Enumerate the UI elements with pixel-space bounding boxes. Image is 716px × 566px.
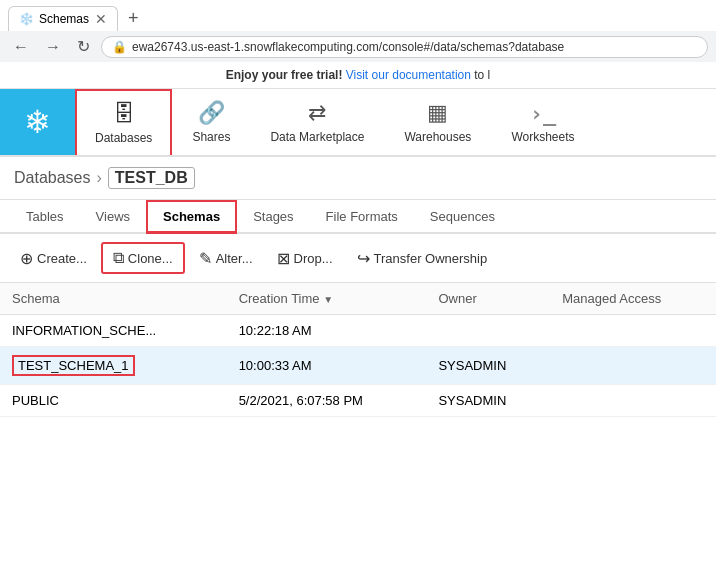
selected-schema-label: TEST_SCHEMA_1 <box>12 355 135 376</box>
url-text: ewa26743.us-east-1.snowflakecomputing.co… <box>132 40 564 54</box>
clone-button[interactable]: ⧉ Clone... <box>103 244 183 272</box>
banner-suffix: to l <box>474 68 490 82</box>
schemas-table: Schema Creation Time ▼ Owner Managed Acc… <box>0 283 716 417</box>
nav-item-shares[interactable]: 🔗 Shares <box>172 89 250 155</box>
app-header: ❄ 🗄 Databases 🔗 Shares ⇄ Data Marketplac… <box>0 89 716 157</box>
nav-bar: ← → ↻ 🔒 ewa26743.us-east-1.snowflakecomp… <box>0 31 716 62</box>
table-row[interactable]: PUBLIC 5/2/2021, 6:07:58 PM SYSADMIN <box>0 385 716 417</box>
browser-chrome: ❄️ Schemas ✕ + ← → ↻ 🔒 ewa26743.us-east-… <box>0 0 716 62</box>
reload-button[interactable]: ↻ <box>72 35 95 58</box>
snowflake-logo: ❄ <box>24 103 51 141</box>
sort-desc-icon: ▼ <box>323 294 333 305</box>
cell-creation-time: 5/2/2021, 6:07:58 PM <box>227 385 427 417</box>
cell-schema: INFORMATION_SCHE... <box>0 315 227 347</box>
tab-title: Schemas <box>39 12 89 26</box>
back-button[interactable]: ← <box>8 36 34 58</box>
drop-icon: ⊠ <box>277 249 290 268</box>
table-row[interactable]: INFORMATION_SCHE... 10:22:18 AM <box>0 315 716 347</box>
cell-owner: SYSADMIN <box>426 347 550 385</box>
table-header: Schema Creation Time ▼ Owner Managed Acc… <box>0 283 716 315</box>
tab-favicon: ❄️ <box>19 12 33 26</box>
col-header-managed-access[interactable]: Managed Access <box>550 283 716 315</box>
tab-bar: ❄️ Schemas ✕ + <box>0 0 716 31</box>
clone-btn-wrapper: ⧉ Clone... <box>101 242 185 274</box>
tab-file-formats[interactable]: File Formats <box>310 201 414 234</box>
table-body: INFORMATION_SCHE... 10:22:18 AM TEST_SCH… <box>0 315 716 417</box>
tab-close-icon[interactable]: ✕ <box>95 12 107 26</box>
cell-creation-time: 10:22:18 AM <box>227 315 427 347</box>
banner-link[interactable]: Visit our documentation <box>346 68 471 82</box>
nav-item-warehouses[interactable]: ▦ Warehouses <box>384 89 491 155</box>
databases-icon: 🗄 <box>113 101 135 127</box>
create-button[interactable]: ⊕ Create... <box>10 244 97 273</box>
logo-area[interactable]: ❄ <box>0 89 75 155</box>
nav-item-marketplace[interactable]: ⇄ Data Marketplace <box>250 89 384 155</box>
cell-managed-access <box>550 385 716 417</box>
breadcrumb-current: TEST_DB <box>108 167 195 189</box>
tab-sequences[interactable]: Sequences <box>414 201 511 234</box>
schema-toolbar: ⊕ Create... ⧉ Clone... ✎ Alter... ⊠ Drop… <box>0 234 716 283</box>
banner-text: Enjoy your free trial! <box>226 68 343 82</box>
tab-schemas[interactable]: Schemas <box>146 200 237 234</box>
content-tabs: Tables Views Schemas Stages File Formats… <box>0 200 716 234</box>
cell-owner: SYSADMIN <box>426 385 550 417</box>
transfer-label: Transfer Ownership <box>374 251 488 266</box>
transfer-ownership-button[interactable]: ↪ Transfer Ownership <box>347 244 498 273</box>
col-header-owner[interactable]: Owner <box>426 283 550 315</box>
clone-icon: ⧉ <box>113 249 124 267</box>
clone-label: Clone... <box>128 251 173 266</box>
drop-button[interactable]: ⊠ Drop... <box>267 244 343 273</box>
cell-managed-access <box>550 347 716 385</box>
alter-button[interactable]: ✎ Alter... <box>189 244 263 273</box>
nav-label-databases: Databases <box>95 131 152 145</box>
warehouses-icon: ▦ <box>427 100 448 126</box>
col-header-schema[interactable]: Schema <box>0 283 227 315</box>
table-row[interactable]: TEST_SCHEMA_1 10:00:33 AM SYSADMIN <box>0 347 716 385</box>
forward-button[interactable]: → <box>40 36 66 58</box>
schemas-table-wrapper: Schema Creation Time ▼ Owner Managed Acc… <box>0 283 716 417</box>
nav-item-databases[interactable]: 🗄 Databases <box>75 89 172 155</box>
alter-label: Alter... <box>216 251 253 266</box>
address-bar[interactable]: 🔒 ewa26743.us-east-1.snowflakecomputing.… <box>101 36 708 58</box>
marketplace-icon: ⇄ <box>308 100 326 126</box>
create-label: Create... <box>37 251 87 266</box>
main-nav: 🗄 Databases 🔗 Shares ⇄ Data Marketplace … <box>75 89 595 155</box>
trial-banner: Enjoy your free trial! Visit our documen… <box>0 62 716 89</box>
nav-item-worksheets[interactable]: ›_ Worksheets <box>491 89 594 155</box>
nav-label-marketplace: Data Marketplace <box>270 130 364 144</box>
new-tab-button[interactable]: + <box>122 6 145 31</box>
drop-label: Drop... <box>294 251 333 266</box>
nav-label-warehouses: Warehouses <box>404 130 471 144</box>
create-icon: ⊕ <box>20 249 33 268</box>
nav-label-worksheets: Worksheets <box>511 130 574 144</box>
nav-label-shares: Shares <box>192 130 230 144</box>
breadcrumb-separator: › <box>97 169 102 187</box>
breadcrumb: Databases › TEST_DB <box>0 157 716 200</box>
alter-icon: ✎ <box>199 249 212 268</box>
worksheets-icon: ›_ <box>530 101 557 126</box>
cell-schema-selected: TEST_SCHEMA_1 <box>0 347 227 385</box>
col-header-creation-time[interactable]: Creation Time ▼ <box>227 283 427 315</box>
transfer-icon: ↪ <box>357 249 370 268</box>
cell-creation-time: 10:00:33 AM <box>227 347 427 385</box>
breadcrumb-parent[interactable]: Databases <box>14 169 91 187</box>
cell-schema: PUBLIC <box>0 385 227 417</box>
cell-managed-access <box>550 315 716 347</box>
tab-views[interactable]: Views <box>80 201 146 234</box>
active-tab[interactable]: ❄️ Schemas ✕ <box>8 6 118 31</box>
cell-owner <box>426 315 550 347</box>
tab-tables[interactable]: Tables <box>10 201 80 234</box>
tab-stages[interactable]: Stages <box>237 201 309 234</box>
lock-icon: 🔒 <box>112 40 127 54</box>
shares-icon: 🔗 <box>198 100 225 126</box>
